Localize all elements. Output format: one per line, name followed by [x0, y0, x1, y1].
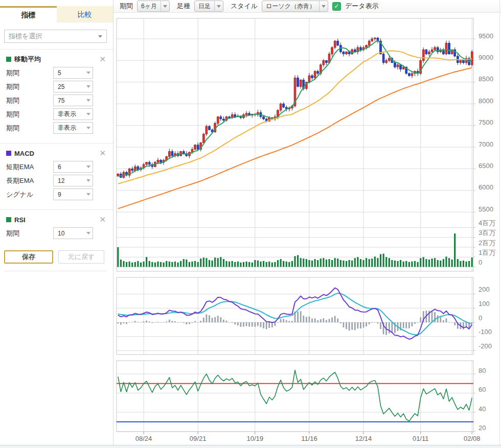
svg-text:200: 200	[479, 286, 490, 293]
rsi-layer	[117, 370, 473, 422]
chevron-down-icon	[86, 99, 90, 102]
axis-labels-layer: 9500900085008000750070006500600055004百万3…	[479, 32, 495, 432]
macd-long-ema-label: 長期EMA	[6, 176, 53, 185]
bar-type-dropdown[interactable]: 日足	[194, 1, 223, 12]
ma-color-swatch	[6, 57, 11, 62]
ma-period-5-label: 期間	[6, 124, 53, 133]
volume-layer	[117, 233, 473, 267]
style-label: スタイル	[231, 2, 258, 11]
svg-text:6000: 6000	[479, 183, 493, 191]
close-icon[interactable]: ✕	[98, 215, 107, 224]
ma-period-2-label: 期間	[6, 82, 53, 91]
svg-text:9000: 9000	[479, 54, 493, 61]
macd-signal-label: シグナル	[6, 190, 53, 199]
svg-text:9500: 9500	[479, 32, 493, 40]
chart-toolbar: 期間 6ヶ月 足種 日足 スタイル ローソク（赤青） ✓ データ表示	[113, 0, 501, 13]
chevron-down-icon	[98, 35, 102, 38]
svg-text:60: 60	[479, 386, 486, 393]
save-button[interactable]: 保存	[4, 250, 53, 264]
chevron-down-icon	[86, 72, 90, 74]
macd-layer	[117, 288, 472, 339]
svg-text:-100: -100	[479, 328, 492, 336]
reset-button[interactable]: 元に戻す	[58, 250, 104, 264]
bottom-divider	[0, 445, 501, 448]
chevron-down-icon	[86, 113, 90, 115]
ma-period-3-select[interactable]: 75	[53, 95, 93, 106]
svg-text:100: 100	[479, 300, 490, 308]
svg-text:5500: 5500	[479, 205, 493, 213]
chevron-down-icon	[320, 5, 328, 8]
section-rsi: RSI ✕ 期間 10	[0, 209, 113, 242]
data-display-label: データ表示	[345, 2, 379, 11]
svg-text:1百万: 1百万	[479, 249, 495, 256]
svg-text:2百万: 2百万	[479, 239, 495, 247]
svg-text:0: 0	[479, 258, 482, 266]
svg-text:01/11: 01/11	[413, 435, 429, 442]
rsi-color-swatch	[6, 217, 11, 222]
style-dropdown[interactable]: ローソク（赤青）	[262, 1, 328, 12]
svg-text:7000: 7000	[479, 140, 493, 148]
moving-average-layer	[118, 41, 472, 208]
tab-compare[interactable]: 比較	[57, 6, 113, 22]
ma-period-4-label: 期間	[6, 110, 53, 119]
ma-period-1-label: 期間	[6, 68, 53, 78]
svg-text:10/19: 10/19	[247, 435, 264, 442]
chevron-down-icon	[86, 166, 90, 168]
ma-period-4-select[interactable]: 非表示	[53, 108, 93, 120]
svg-text:08/24: 08/24	[135, 435, 152, 442]
svg-text:09/21: 09/21	[190, 435, 207, 442]
rsi-section-title: RSI	[14, 216, 98, 224]
macd-long-ema-select[interactable]: 12	[53, 175, 93, 186]
macd-short-ema-label: 短期EMA	[6, 162, 53, 172]
close-icon[interactable]: ✕	[98, 149, 107, 158]
svg-text:40: 40	[479, 405, 486, 413]
chevron-down-icon	[86, 85, 90, 88]
period-label: 期間	[120, 2, 133, 11]
svg-text:11/16: 11/16	[301, 435, 317, 442]
svg-text:-200: -200	[479, 342, 492, 350]
rsi-period-select[interactable]: 10	[53, 227, 93, 239]
ma-period-5-select[interactable]: 非表示	[53, 122, 93, 134]
section-moving-average: 移動平均 ✕ 期間 5 期間 25 期間 75 期間 非表示 期間 非表示	[0, 49, 113, 137]
svg-text:6500: 6500	[479, 162, 493, 170]
ma-period-3-label: 期間	[6, 96, 53, 105]
rsi-period-label: 期間	[6, 229, 53, 238]
x-axis-layer: 08/2409/2110/1911/1612/1401/1102/08	[135, 432, 481, 442]
svg-text:02/08: 02/08	[464, 435, 481, 442]
chevron-down-icon	[86, 193, 90, 196]
svg-text:8000: 8000	[479, 97, 493, 105]
ma-section-title: 移動平均	[14, 55, 98, 64]
stock-chart-app: { "toolbar": { "period_label": "期間", "pe…	[0, 0, 501, 448]
right-border	[499, 0, 500, 445]
data-display-checkbox[interactable]: ✓	[332, 2, 341, 11]
svg-text:0: 0	[479, 314, 482, 322]
indicator-select[interactable]: 指標を選択	[4, 30, 107, 43]
svg-text:12/14: 12/14	[355, 435, 372, 442]
ma-period-2-select[interactable]: 25	[53, 81, 93, 92]
svg-text:4百万: 4百万	[479, 219, 495, 227]
chevron-down-icon	[86, 232, 90, 234]
chevron-down-icon	[86, 179, 90, 182]
bar-type-label: 足種	[177, 2, 190, 11]
indicator-select-placeholder: 指標を選択	[9, 32, 42, 41]
period-dropdown[interactable]: 6ヶ月	[137, 1, 170, 12]
chevron-down-icon	[215, 5, 223, 8]
chevron-down-icon	[86, 127, 90, 129]
indicator-sidebar: 指標 比較 指標を選択 移動平均 ✕ 期間 5 期間 25 期間 75 期間 非…	[0, 0, 113, 445]
svg-text:7500: 7500	[479, 119, 493, 126]
svg-text:8500: 8500	[479, 75, 493, 83]
svg-text:80: 80	[479, 367, 486, 374]
section-macd: MACD ✕ 短期EMA 6 長期EMA 12 シグナル 9	[0, 143, 113, 203]
sidebar-tabs: 指標 比較	[0, 6, 113, 22]
chevron-down-icon	[161, 5, 169, 8]
ma-period-1-select[interactable]: 5	[53, 67, 93, 79]
svg-text:3百万: 3百万	[479, 229, 495, 237]
close-icon[interactable]: ✕	[98, 55, 107, 64]
svg-text:20: 20	[479, 424, 486, 432]
macd-section-title: MACD	[14, 150, 98, 157]
macd-signal-select[interactable]: 9	[53, 188, 93, 200]
macd-color-swatch	[6, 151, 11, 156]
tab-indicators[interactable]: 指標	[0, 6, 57, 22]
macd-short-ema-select[interactable]: 6	[53, 161, 93, 173]
